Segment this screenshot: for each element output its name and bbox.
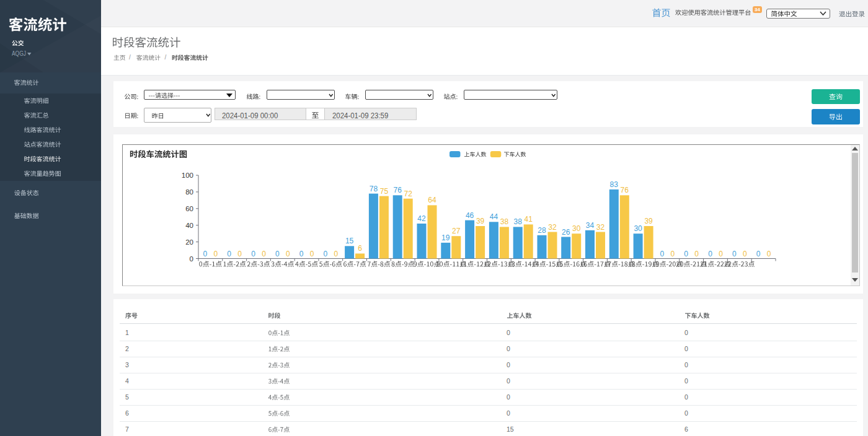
- svg-text:0: 0: [671, 250, 675, 258]
- svg-text:28: 28: [538, 226, 546, 235]
- svg-text:0: 0: [227, 250, 231, 258]
- svg-text:64: 64: [428, 196, 436, 204]
- svg-text:80: 80: [185, 188, 193, 196]
- svg-text:44: 44: [490, 212, 498, 221]
- svg-text:34: 34: [586, 221, 595, 230]
- svg-text:41: 41: [525, 215, 533, 224]
- svg-text:39: 39: [476, 217, 485, 225]
- svg-text:40: 40: [185, 222, 193, 229]
- svg-text:20: 20: [185, 238, 193, 246]
- svg-text:46: 46: [466, 211, 474, 220]
- svg-text:32: 32: [596, 223, 605, 232]
- svg-text:78: 78: [370, 185, 378, 193]
- svg-text:27: 27: [452, 227, 461, 235]
- svg-text:76: 76: [621, 186, 629, 194]
- svg-text:75: 75: [380, 187, 389, 196]
- svg-text:15: 15: [345, 237, 354, 245]
- svg-text:0: 0: [660, 250, 665, 258]
- svg-text:100: 100: [182, 172, 193, 179]
- svg-text:72: 72: [404, 190, 413, 198]
- svg-text:0: 0: [756, 250, 761, 258]
- svg-text:0: 0: [334, 250, 338, 258]
- svg-text:0: 0: [708, 250, 712, 258]
- svg-text:0: 0: [323, 250, 327, 258]
- svg-text:42: 42: [417, 214, 426, 223]
- svg-text:0: 0: [719, 250, 723, 258]
- svg-text:19: 19: [441, 233, 450, 242]
- svg-text:83: 83: [610, 180, 619, 189]
- svg-text:0: 0: [310, 250, 314, 258]
- svg-text:26: 26: [562, 228, 570, 237]
- svg-text:0: 0: [767, 250, 771, 258]
- svg-text:0: 0: [286, 250, 290, 258]
- svg-text:32: 32: [548, 223, 557, 232]
- svg-text:76: 76: [394, 186, 402, 194]
- svg-text:0: 0: [251, 250, 255, 258]
- svg-text:0: 0: [262, 250, 266, 258]
- svg-text:30: 30: [572, 224, 581, 233]
- svg-text:30: 30: [634, 224, 642, 233]
- svg-text:0: 0: [299, 250, 304, 258]
- svg-text:60: 60: [185, 205, 193, 212]
- svg-text:0: 0: [237, 250, 242, 258]
- svg-text:0: 0: [684, 250, 688, 258]
- svg-text:0: 0: [275, 250, 280, 258]
- svg-text:0: 0: [732, 250, 737, 258]
- svg-text:0: 0: [214, 250, 218, 258]
- svg-text:0: 0: [190, 255, 193, 263]
- svg-text:0: 0: [203, 250, 208, 258]
- svg-text:39: 39: [644, 217, 653, 225]
- svg-text:38: 38: [514, 217, 523, 226]
- svg-text:0: 0: [743, 250, 747, 258]
- svg-text:38: 38: [500, 217, 509, 226]
- svg-text:6: 6: [358, 244, 362, 253]
- svg-text:0: 0: [694, 250, 699, 258]
